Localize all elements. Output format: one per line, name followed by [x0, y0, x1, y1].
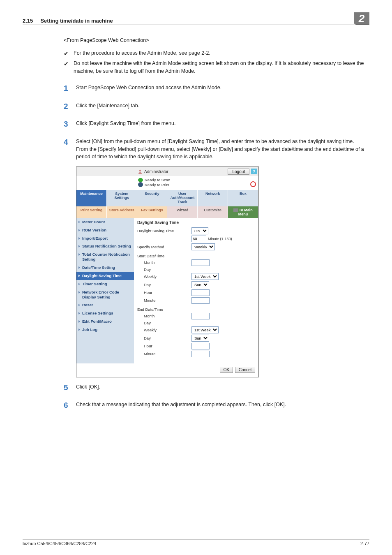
weekly-label-2: Weekly	[137, 328, 191, 332]
minute-label: Minute	[137, 298, 191, 303]
subtab-wizard[interactable]: Wizard	[167, 206, 198, 218]
section-number: 2.15	[23, 18, 33, 24]
ps-sidebar: Meter Count ROM Version Import/Export St…	[76, 218, 134, 363]
step-number: 1	[64, 83, 76, 95]
start-hour-input[interactable]	[191, 289, 210, 296]
step-row: 5 Click [OK].	[64, 383, 369, 394]
tab-security[interactable]: Security	[137, 190, 168, 206]
svg-point-0	[139, 170, 141, 171]
step-text: Start PageScope Web Connection and acces…	[76, 84, 369, 92]
section-title: Setting time/date in machine	[40, 18, 113, 24]
step-text: Click [OK].	[76, 383, 369, 391]
side-reset[interactable]: Reset	[76, 301, 134, 309]
cancel-button[interactable]: Cancel	[235, 367, 255, 373]
side-font-macro[interactable]: Edit Font/Macro	[76, 317, 134, 326]
end-weekly-select[interactable]: 1st Week	[191, 326, 219, 333]
subtab-customize[interactable]: Customize	[198, 206, 228, 218]
step-number: 4	[64, 136, 76, 148]
admin-label: Administrator	[144, 169, 168, 174]
logout-button[interactable]: Logout	[228, 169, 249, 175]
end-hour-input[interactable]	[191, 343, 210, 349]
step-text: Select [ON] from the pull-down menu of […	[76, 138, 369, 161]
side-license[interactable]: License Settings	[76, 309, 134, 317]
scan-status-icon	[138, 178, 143, 182]
specify-label: Specify Method	[137, 245, 191, 249]
minute-range: Minute (1-150)	[208, 237, 232, 241]
ps-bottom-bar: OK Cancel	[76, 363, 258, 377]
bullet-text: For the procedure to access the Admin Mo…	[74, 49, 369, 58]
dst-select[interactable]: ON	[191, 227, 208, 234]
help-icon[interactable]: ?	[251, 169, 257, 174]
step-text: Check that a message indicating that the…	[76, 401, 369, 409]
minute-input[interactable]	[191, 236, 206, 242]
check-icon: ✔	[64, 49, 74, 58]
scan-status: Ready to Scan	[145, 178, 170, 182]
end-head: End Date/Time	[137, 307, 256, 312]
start-weekly-select[interactable]: 1st Week	[191, 273, 219, 280]
side-network-error[interactable]: Network Error Code Display Setting	[76, 288, 134, 301]
step-row: 4 Select [ON] from the pull-down menu of…	[64, 138, 369, 161]
step-number: 2	[64, 101, 76, 113]
side-import-export[interactable]: Import/Export	[76, 234, 134, 243]
side-meter-count[interactable]: Meter Count	[76, 218, 134, 226]
chapter-badge: 2	[354, 12, 369, 25]
ps-topbar: Administrator Logout ?	[76, 167, 258, 176]
hour-label: Hour	[137, 290, 191, 295]
start-month-input[interactable]	[191, 259, 210, 266]
user-icon	[138, 169, 143, 174]
content: <From PageScope Web Connection> ✔ For th…	[64, 37, 369, 161]
menu-icon	[233, 208, 238, 212]
subtab-store-address[interactable]: Store Address	[107, 206, 137, 218]
bullet-item: ✔ For the procedure to access the Admin …	[64, 49, 369, 58]
tab-user-auth[interactable]: User Auth/Account Track	[167, 190, 198, 206]
start-dayofweek-select[interactable]: Sun	[191, 281, 209, 288]
subtab-print-setting[interactable]: Print Setting	[76, 206, 107, 218]
section-heading: 2.15 Setting time/date in machine	[23, 18, 350, 24]
weekly-label: Weekly	[137, 274, 191, 279]
side-timer-setting[interactable]: Timer Setting	[76, 280, 134, 288]
end-month-input[interactable]	[191, 313, 210, 319]
tab-maintenance[interactable]: Maintenance	[76, 190, 107, 206]
step-number: 6	[64, 400, 76, 412]
hour-label-2: Hour	[137, 344, 191, 348]
dayw-label: Day	[137, 282, 191, 287]
day-label-2: Day	[137, 321, 191, 325]
month-label-2: Month	[137, 314, 191, 318]
side-date-time[interactable]: Date/Time Setting	[76, 264, 134, 272]
from-line: <From PageScope Web Connection>	[64, 37, 369, 44]
start-minute-input[interactable]	[191, 297, 210, 304]
check-icon: ✔	[64, 60, 74, 75]
ps-subtabs: Print Setting Store Address Fax Settings…	[76, 206, 258, 218]
side-daylight-saving[interactable]: Daylight Saving Time	[76, 272, 134, 280]
footer-model: bizhub C554/C454/C364/C284/C224	[23, 541, 96, 546]
ps-status: Ready to Scan Ready to Print	[76, 176, 258, 190]
page-footer: bizhub C554/C454/C364/C284/C224 2-77	[23, 539, 369, 546]
subtab-fax-settings[interactable]: Fax Settings	[137, 206, 168, 218]
bullet-item: ✔ Do not leave the machine with the Admi…	[64, 60, 369, 75]
dayw-label-2: Day	[137, 336, 191, 340]
step-row: 1 Start PageScope Web Connection and acc…	[64, 84, 369, 95]
page-header: 2.15 Setting time/date in machine 2	[23, 12, 369, 25]
ok-button[interactable]: OK	[220, 367, 233, 373]
side-job-log[interactable]: Job Log	[76, 326, 134, 334]
side-total-counter[interactable]: Total Counter Notification Setting	[76, 250, 134, 264]
main-title: Daylight Saving Time	[137, 220, 256, 225]
specify-select[interactable]: Weekly	[191, 243, 215, 250]
dst-label: Daylight Saving Time	[137, 229, 191, 233]
footer-page: 2-77	[360, 541, 369, 546]
side-status-notif[interactable]: Status Notification Setting	[76, 242, 134, 250]
minute-label-2: Minute	[137, 352, 191, 356]
ps-tabs: Maintenance System Settings Security Use…	[76, 190, 258, 206]
step-row: 3 Click [Daylight Saving Time] from the …	[64, 120, 369, 130]
end-dayofweek-select[interactable]: Sun	[191, 335, 209, 342]
end-minute-input[interactable]	[191, 351, 210, 357]
refresh-icon[interactable]	[250, 181, 256, 187]
subtab-to-main-menu[interactable]: To Main Menu	[228, 206, 258, 218]
pagescope-window: Administrator Logout ? Ready to Scan Rea…	[76, 166, 259, 377]
ps-main: Daylight Saving Time Daylight Saving Tim…	[134, 218, 258, 363]
tab-network[interactable]: Network	[198, 190, 228, 206]
tab-system-settings[interactable]: System Settings	[107, 190, 137, 206]
step-text: Click the [Maintenance] tab.	[76, 102, 369, 110]
side-rom-version[interactable]: ROM Version	[76, 226, 134, 234]
tab-box[interactable]: Box	[228, 190, 258, 206]
